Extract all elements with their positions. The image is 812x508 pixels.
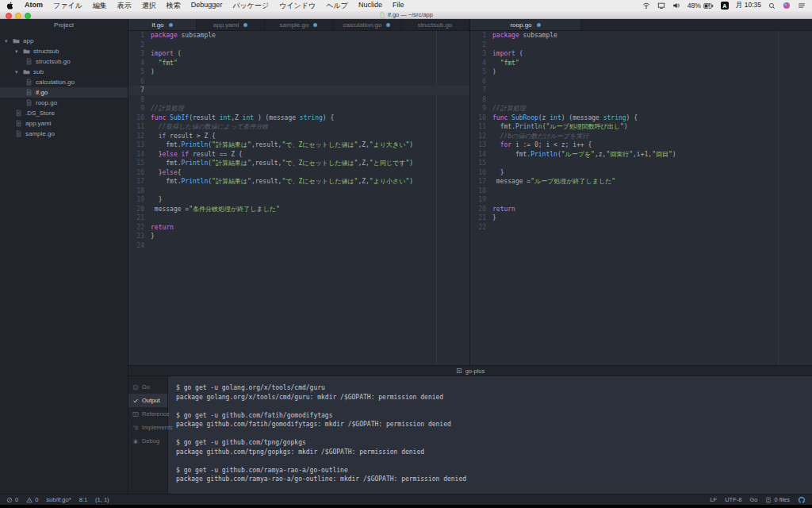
code-line[interactable]: 8: [128, 95, 469, 105]
code-line[interactable]: 18: [470, 187, 812, 196]
minimize-window-button[interactable]: [15, 13, 21, 19]
console-output[interactable]: $ go get -u golang.org/x/tools/cmd/gurup…: [168, 376, 812, 494]
menu-item-選択[interactable]: 選択: [142, 1, 156, 11]
code-line[interactable]: 6: [470, 77, 812, 87]
code-line[interactable]: 6: [128, 77, 469, 87]
modified-dot-icon[interactable]: [169, 23, 173, 27]
tree-item-sample.go[interactable]: sample.go: [0, 129, 128, 139]
code-line[interactable]: 17 message ="ループ処理が終了しました": [470, 177, 812, 187]
code-line[interactable]: 11 //取得した値の数値によって条件分岐: [128, 122, 469, 132]
panel-tab-Reference[interactable]: Reference: [128, 407, 167, 421]
code-line[interactable]: 16 }else{: [128, 168, 469, 178]
code-line[interactable]: 17 fmt.Println("計算結果は",result,"で、Zにセットした…: [128, 177, 469, 187]
grammar-selector[interactable]: Go: [749, 496, 757, 503]
code-line[interactable]: 24: [128, 241, 469, 251]
code-line[interactable]: 9//計算処理: [128, 104, 469, 114]
modified-dot-icon[interactable]: [243, 23, 247, 27]
menu-item-ヘルプ[interactable]: ヘルプ: [326, 1, 348, 11]
code-line[interactable]: 20 message ="条件分岐処理が終了しました": [128, 205, 469, 214]
menu-item-Nuclide[interactable]: Nuclide: [358, 1, 382, 11]
code-line[interactable]: 22: [470, 223, 812, 233]
code-line[interactable]: 21}: [470, 214, 812, 223]
code-line[interactable]: 21: [128, 214, 469, 223]
editor-left[interactable]: 1package subsample23import (4 "fmt"5)678…: [128, 31, 469, 365]
warning-count[interactable]: 0: [26, 496, 38, 503]
code-line[interactable]: 14 }else if result == Z {: [128, 150, 469, 160]
tree-item-.DS_Store[interactable]: .DS_Store: [0, 108, 128, 118]
spotlight-search-icon[interactable]: [768, 2, 776, 10]
tab-roop.go[interactable]: roop.go: [470, 19, 581, 30]
code-line[interactable]: 5): [128, 67, 469, 77]
code-line[interactable]: 4 "fmt": [128, 59, 469, 68]
menu-item-File[interactable]: File: [393, 1, 404, 11]
code-line[interactable]: 3import (: [470, 49, 812, 59]
notification-center-icon[interactable]: [798, 2, 806, 10]
apple-icon[interactable]: [6, 2, 14, 10]
code-line[interactable]: 13 for i := 0; i < z; i++ {: [470, 140, 812, 150]
code-line[interactable]: 19 }: [128, 195, 469, 205]
selection-info[interactable]: (1, 1): [95, 496, 109, 503]
go-plus-panel-header[interactable]: go-plus: [128, 365, 812, 376]
tab-calculation.go[interactable]: calculation.go: [333, 19, 401, 30]
modified-dot-icon[interactable]: [386, 23, 390, 27]
code-line[interactable]: 5): [470, 67, 812, 77]
code-line[interactable]: 20return: [470, 205, 812, 214]
siri-icon[interactable]: [783, 2, 791, 10]
input-source-icon[interactable]: A: [721, 2, 729, 10]
code-line[interactable]: 22return: [128, 223, 469, 233]
code-line[interactable]: 8: [470, 95, 812, 105]
encoding[interactable]: UTF-8: [725, 496, 741, 503]
github-icon[interactable]: [798, 496, 806, 504]
tree-item-if.go[interactable]: if.go: [0, 87, 128, 98]
code-line[interactable]: 9//計算処理: [470, 104, 812, 114]
code-line[interactable]: 7: [470, 86, 812, 95]
menu-item-検索[interactable]: 検索: [167, 1, 181, 11]
code-line[interactable]: 11 fmt.Println("ループ処理関数呼び出し"): [470, 122, 812, 132]
menu-clock[interactable]: 月 10:35: [736, 1, 761, 10]
code-line[interactable]: 16 }: [470, 168, 812, 178]
code-line[interactable]: 1package subsample: [128, 31, 469, 40]
code-line[interactable]: 23}: [128, 232, 469, 241]
tab-sample.go[interactable]: sample.go: [265, 19, 333, 30]
tree-item-sub[interactable]: ▾sub: [0, 67, 128, 77]
tree-item-structsub.go[interactable]: structsub.go: [0, 56, 128, 67]
code-line[interactable]: 12 if result > Z {: [128, 132, 469, 141]
code-line[interactable]: 14 fmt.Println("ループを",z,"回実行",i+1,"回目"): [470, 150, 812, 160]
git-changed-files[interactable]: 0 files: [765, 496, 790, 503]
code-line[interactable]: 4 "fmt": [470, 59, 812, 68]
modified-dot-icon[interactable]: [537, 23, 541, 27]
tab-app.yaml[interactable]: app.yaml: [197, 19, 265, 30]
window-title-bar[interactable]: if.go — ~/src/app: [0, 11, 812, 19]
code-line[interactable]: 2: [128, 40, 469, 50]
code-line[interactable]: 15: [470, 159, 812, 168]
tree-item-calculation.go[interactable]: calculation.go: [0, 77, 128, 87]
code-line[interactable]: 13 fmt.Println("計算結果は",result,"で、Zにセットした…: [128, 140, 469, 150]
menu-item-Atom[interactable]: Atom: [25, 1, 43, 11]
menu-item-ウインドウ[interactable]: ウインドウ: [279, 1, 316, 11]
close-window-button[interactable]: [6, 13, 12, 19]
file-path[interactable]: sub/if.go*: [46, 496, 71, 503]
panel-tab-Debug[interactable]: Debug: [128, 434, 167, 448]
code-line[interactable]: 3import (: [128, 49, 469, 59]
menu-item-編集[interactable]: 編集: [93, 1, 107, 11]
code-line[interactable]: 12 //bの値の数だけループを実行: [470, 132, 812, 141]
line-ending[interactable]: LF: [710, 496, 717, 503]
code-line[interactable]: 18: [128, 187, 469, 196]
tree-item-structsub[interactable]: ▾structsub: [0, 46, 128, 56]
tab-structsub.go[interactable]: structsub.go: [401, 19, 469, 30]
panel-tab-Output[interactable]: Output: [128, 394, 167, 407]
code-line[interactable]: 19: [470, 195, 812, 205]
battery-indicator[interactable]: 48%: [688, 1, 714, 11]
display-mirroring-icon[interactable]: [657, 2, 665, 10]
code-line[interactable]: 7: [128, 86, 469, 95]
menu-item-表示[interactable]: 表示: [117, 1, 132, 11]
code-line[interactable]: 2: [470, 40, 812, 50]
tree-item-roop.go[interactable]: roop.go: [0, 98, 128, 108]
error-count[interactable]: 0: [6, 496, 18, 503]
pane-divider[interactable]: [469, 19, 470, 365]
menu-item-ファイル[interactable]: ファイル: [53, 1, 82, 11]
menu-item-Debugger[interactable]: Debugger: [191, 1, 223, 11]
zoom-window-button[interactable]: [25, 13, 31, 19]
panel-tab-Implements[interactable]: Implements: [128, 421, 167, 434]
code-line[interactable]: 1package subsample: [470, 31, 812, 40]
